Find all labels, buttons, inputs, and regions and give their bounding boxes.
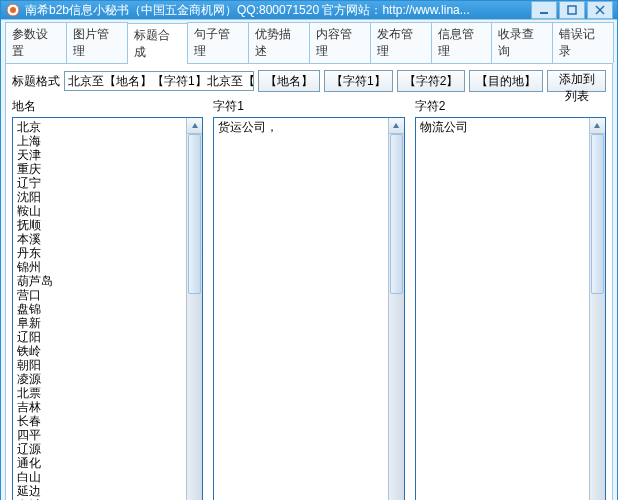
add-to-list-button[interactable]: 添加到列表 (547, 70, 606, 92)
app-icon (5, 2, 21, 18)
list-item[interactable]: 长春 (17, 414, 182, 428)
tab-8[interactable]: 收录查询 (491, 22, 553, 63)
list-item[interactable]: 辽阳 (17, 330, 182, 344)
list-item[interactable]: 鞍山 (17, 204, 182, 218)
client-area: 参数设置图片管理标题合成句子管理优势描述内容管理发布管理信息管理收录查询错误记录… (1, 19, 617, 500)
listbox[interactable]: 北京上海天津重庆辽宁沈阳鞍山抚顺本溪丹东锦州葫芦岛营口盘锦阜新辽阳铁岭朝阳凌源北… (13, 118, 186, 500)
format-row: 标题格式 北京至【地名】【字符1】北京至【地名】【 【地名】 【字符1】 【字符… (12, 70, 606, 92)
list-item[interactable]: 吉林 (17, 400, 182, 414)
column-header: 字符2 (415, 98, 606, 115)
svg-marker-10 (594, 123, 600, 128)
list-item[interactable]: 盘锦 (17, 302, 182, 316)
list-item[interactable]: 四平 (17, 428, 182, 442)
column-header: 字符1 (213, 98, 404, 115)
minimize-button[interactable] (531, 1, 557, 19)
scroll-thumb[interactable] (390, 134, 403, 294)
scroll-up-button[interactable] (590, 118, 605, 134)
list-item[interactable]: 延边 (17, 484, 182, 498)
vertical-scrollbar[interactable] (186, 118, 202, 500)
scroll-up-button[interactable] (389, 118, 404, 134)
listbox[interactable]: 货运公司， (214, 118, 387, 500)
list-item[interactable]: 锦州 (17, 260, 182, 274)
listbox-wrap: 北京上海天津重庆辽宁沈阳鞍山抚顺本溪丹东锦州葫芦岛营口盘锦阜新辽阳铁岭朝阳凌源北… (12, 117, 203, 500)
list-item[interactable]: 白山 (17, 470, 182, 484)
column-0: 地名北京上海天津重庆辽宁沈阳鞍山抚顺本溪丹东锦州葫芦岛营口盘锦阜新辽阳铁岭朝阳凌… (12, 98, 203, 500)
list-item[interactable]: 通化 (17, 456, 182, 470)
vertical-scrollbar[interactable] (589, 118, 605, 500)
list-item[interactable]: 辽宁 (17, 176, 182, 190)
insert-char2-button[interactable]: 【字符2】 (397, 70, 466, 92)
list-item[interactable]: 货运公司， (218, 120, 383, 134)
window-title: 南希b2b信息小秘书（中国五金商机网）QQ:800071520 官方网站：htt… (25, 2, 531, 19)
insert-placename-button[interactable]: 【地名】 (258, 70, 320, 92)
scroll-thumb[interactable] (188, 134, 201, 294)
column-header: 地名 (12, 98, 203, 115)
list-item[interactable]: 物流公司 (420, 120, 585, 134)
svg-point-1 (10, 7, 16, 13)
tab-1[interactable]: 图片管理 (66, 22, 128, 63)
list-item[interactable]: 营口 (17, 288, 182, 302)
svg-marker-6 (192, 123, 198, 128)
scroll-thumb[interactable] (591, 134, 604, 294)
tab-5[interactable]: 内容管理 (309, 22, 371, 63)
list-item[interactable]: 丹东 (17, 246, 182, 260)
maximize-button[interactable] (559, 1, 585, 19)
list-item[interactable]: 凌源 (17, 372, 182, 386)
list-item[interactable]: 葫芦岛 (17, 274, 182, 288)
list-item[interactable]: 抚顺 (17, 218, 182, 232)
list-item[interactable]: 北票 (17, 386, 182, 400)
list-item[interactable]: 辽源 (17, 442, 182, 456)
format-label: 标题格式 (12, 73, 60, 90)
tab-2[interactable]: 标题合成 (127, 23, 189, 64)
list-item[interactable]: 本溪 (17, 232, 182, 246)
vertical-scrollbar[interactable] (388, 118, 404, 500)
list-item[interactable]: 阜新 (17, 316, 182, 330)
window-buttons (531, 1, 613, 19)
insert-destination-button[interactable]: 【目的地】 (469, 70, 543, 92)
tab-9[interactable]: 错误记录 (552, 22, 614, 63)
svg-rect-3 (568, 6, 576, 14)
list-item[interactable]: 天津 (17, 148, 182, 162)
list-item[interactable]: 朝阳 (17, 358, 182, 372)
app-window: 南希b2b信息小秘书（中国五金商机网）QQ:800071520 官方网站：htt… (0, 0, 618, 500)
listbox-wrap: 物流公司 (415, 117, 606, 500)
tab-3[interactable]: 句子管理 (187, 22, 249, 63)
list-item[interactable]: 北京 (17, 120, 182, 134)
tab-0[interactable]: 参数设置 (5, 22, 67, 63)
list-item[interactable]: 沈阳 (17, 190, 182, 204)
column-2: 字符2物流公司 (415, 98, 606, 500)
listbox-wrap: 货运公司， (213, 117, 404, 500)
column-1: 字符1货运公司， (213, 98, 404, 500)
list-item[interactable]: 重庆 (17, 162, 182, 176)
close-button[interactable] (587, 1, 613, 19)
tab-6[interactable]: 发布管理 (370, 22, 432, 63)
format-input[interactable]: 北京至【地名】【字符1】北京至【地名】【 (64, 71, 254, 91)
list-item[interactable]: 上海 (17, 134, 182, 148)
tab-strip: 参数设置图片管理标题合成句子管理优势描述内容管理发布管理信息管理收录查询错误记录 (1, 22, 617, 63)
scroll-up-button[interactable] (187, 118, 202, 134)
columns: 地名北京上海天津重庆辽宁沈阳鞍山抚顺本溪丹东锦州葫芦岛营口盘锦阜新辽阳铁岭朝阳凌… (12, 98, 606, 500)
list-item[interactable]: 铁岭 (17, 344, 182, 358)
tab-4[interactable]: 优势描述 (248, 22, 310, 63)
tab-body: 标题格式 北京至【地名】【字符1】北京至【地名】【 【地名】 【字符1】 【字符… (5, 63, 613, 500)
titlebar: 南希b2b信息小秘书（中国五金商机网）QQ:800071520 官方网站：htt… (1, 1, 617, 19)
insert-char1-button[interactable]: 【字符1】 (324, 70, 393, 92)
listbox[interactable]: 物流公司 (416, 118, 589, 500)
svg-marker-8 (393, 123, 399, 128)
tab-7[interactable]: 信息管理 (431, 22, 493, 63)
